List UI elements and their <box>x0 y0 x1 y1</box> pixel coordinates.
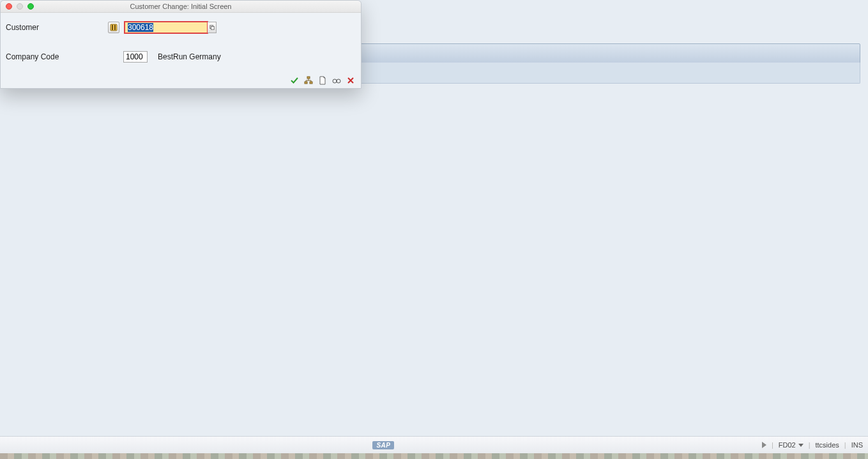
status-bar: SAP | FD02 | ttcsides | INS <box>0 436 868 453</box>
window-controls <box>6 3 34 10</box>
svg-rect-6 <box>305 82 307 84</box>
svg-point-9 <box>337 79 340 83</box>
svg-rect-7 <box>310 82 312 84</box>
svg-rect-2 <box>114 25 116 30</box>
company-code-row: Company Code BestRun Germany <box>6 50 356 64</box>
tcode-value: FD02 <box>779 441 796 449</box>
svg-point-8 <box>333 79 337 83</box>
insert-mode[interactable]: INS <box>851 441 863 449</box>
svg-rect-0 <box>110 24 117 31</box>
create-button[interactable] <box>317 75 328 86</box>
continue-button[interactable] <box>289 75 300 86</box>
chevron-down-icon <box>798 444 803 447</box>
status-left: SAP <box>5 441 762 449</box>
svg-rect-1 <box>112 25 113 30</box>
check-icon <box>290 76 299 85</box>
separator: | <box>844 441 846 449</box>
separator: | <box>772 441 773 449</box>
settings-button[interactable] <box>331 75 342 86</box>
status-right: | FD02 | ttcsides | INS <box>762 441 863 449</box>
dialog-body: Customer Company Code <box>1 13 361 64</box>
close-window-button[interactable] <box>6 3 12 10</box>
customer-row: Customer <box>6 20 356 34</box>
customer-input-wrapper <box>125 22 217 33</box>
desktop-strip <box>0 453 868 459</box>
org-structure-button[interactable] <box>303 75 314 86</box>
cancel-icon <box>346 76 355 85</box>
sap-logo: SAP <box>372 441 394 449</box>
hierarchy-icon <box>304 76 313 85</box>
company-code-name: BestRun Germany <box>158 52 221 61</box>
minimize-window-button <box>17 3 23 10</box>
customer-label: Customer <box>6 23 108 32</box>
history-icon <box>110 24 118 31</box>
tcode-dropdown[interactable]: FD02 <box>779 441 803 449</box>
company-code-label: Company Code <box>6 52 108 61</box>
session-name: ttcsides <box>816 441 839 449</box>
zoom-window-button[interactable] <box>27 3 34 10</box>
history-button[interactable] <box>108 22 119 33</box>
message-indicator-icon[interactable] <box>762 442 766 448</box>
separator: | <box>809 441 811 449</box>
dialog-titlebar[interactable]: Customer Change: Initial Screen <box>1 1 361 13</box>
svg-rect-5 <box>307 77 310 79</box>
customer-search-help-button[interactable] <box>208 22 217 33</box>
cancel-button[interactable] <box>346 75 356 86</box>
dialog-footer <box>289 75 356 86</box>
glasses-icon <box>332 76 341 85</box>
customer-change-dialog: Customer Change: Initial Screen Customer <box>0 0 362 89</box>
dialog-title: Customer Change: Initial Screen <box>1 3 361 10</box>
svg-rect-4 <box>211 26 214 29</box>
company-code-input[interactable] <box>123 51 148 63</box>
customer-input[interactable] <box>125 22 208 33</box>
search-help-icon <box>209 25 215 30</box>
document-icon <box>318 76 327 85</box>
